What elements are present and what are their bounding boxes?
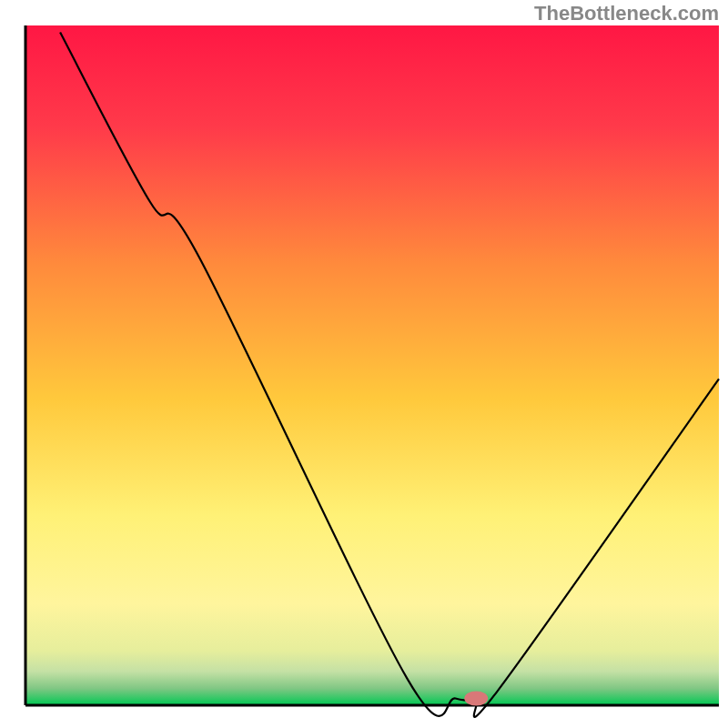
chart-svg (0, 0, 728, 728)
watermark-text: TheBottleneck.com (534, 2, 719, 25)
gradient-background (25, 25, 719, 705)
chart-container: TheBottleneck.com (0, 0, 728, 728)
marker-dot (464, 692, 488, 706)
